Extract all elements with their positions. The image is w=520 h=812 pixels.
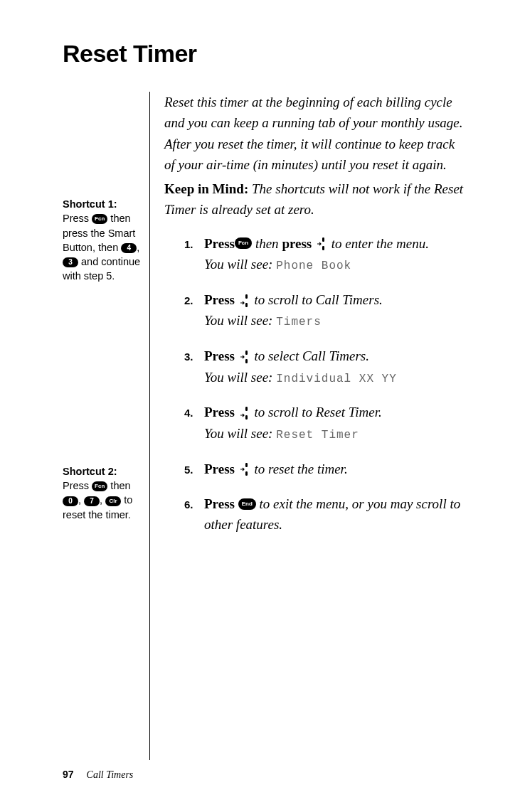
press-label: Press: [204, 496, 235, 511]
svg-rect-3: [245, 303, 248, 307]
you-will-see-label: You will see:: [204, 370, 276, 385]
clr-key-icon: Clr: [105, 496, 121, 506]
shortcut-1-sep: ,: [137, 242, 139, 253]
steps-list: 1. PressFcn then press to enter the menu…: [164, 233, 467, 535]
shortcut-2: Shortcut 2: Press Fcn then 0, 7, Clr to …: [63, 464, 144, 522]
lcd-text: Individual XX YY: [276, 373, 397, 385]
step-number: 6.: [184, 493, 204, 535]
key-3-icon: 3: [63, 257, 78, 267]
fcn-key-icon: Fcn: [92, 214, 107, 224]
press-label: Press: [204, 405, 235, 420]
page-footer: 97Call Timers: [63, 769, 133, 781]
press-label: Press: [204, 236, 235, 251]
press-label: press: [282, 236, 312, 251]
step-3: 3. Press to select Call Timers. You will…: [184, 346, 467, 388]
step-text: to enter the menu.: [331, 236, 429, 251]
step-number: 3.: [184, 346, 204, 388]
press-label: Press: [204, 292, 235, 307]
keep-in-mind-label: Keep in Mind:: [164, 181, 248, 196]
shortcut-1-title: Shortcut 1:: [63, 198, 117, 210]
svg-rect-6: [245, 407, 248, 411]
intro-paragraph: Reset this timer at the beginning of eac…: [164, 92, 467, 176]
nav-right-icon: [240, 463, 250, 476]
end-key-icon: End: [238, 498, 256, 510]
shortcut-2-title: Shortcut 2:: [63, 466, 117, 477]
svg-rect-5: [245, 359, 248, 363]
key-7-icon: 7: [84, 496, 100, 506]
nav-down-icon: [240, 294, 250, 307]
shortcut-1: Shortcut 1: Press Fcn then press the Sma…: [63, 197, 144, 284]
shortcut-2-text-b: then: [107, 480, 130, 491]
svg-rect-2: [245, 294, 248, 299]
step-number: 5.: [184, 459, 204, 479]
shortcut-2-sep2: ,: [100, 494, 105, 506]
step-text: to scroll to Call Timers.: [254, 292, 382, 307]
section-name: Call Timers: [87, 769, 134, 780]
you-will-see-label: You will see:: [204, 426, 276, 441]
you-will-see-label: You will see:: [204, 257, 276, 272]
step-text: to scroll to Reset Timer.: [254, 405, 381, 420]
svg-rect-4: [245, 351, 248, 355]
lcd-text: Reset Timer: [276, 429, 359, 442]
step-number: 2.: [184, 289, 204, 331]
step-1: 1. PressFcn then press to enter the menu…: [184, 233, 467, 275]
step-2: 2. Press to scroll to Call Timers. You w…: [184, 289, 467, 331]
step-number: 4.: [184, 402, 204, 444]
you-will-see-label: You will see:: [204, 313, 276, 328]
lcd-text: Phone Book: [276, 260, 351, 272]
step-6: 6. Press End to exit the menu, or you ma…: [184, 493, 467, 535]
keep-in-mind: Keep in Mind: The shortcuts will not wor…: [164, 178, 467, 220]
lcd-text: Timers: [276, 316, 322, 328]
press-label: Press: [204, 461, 235, 476]
nav-right-icon: [240, 351, 250, 363]
main-content: Reset this timer at the beginning of eac…: [149, 92, 470, 760]
nav-right-icon: [317, 237, 327, 250]
shortcut-2-sep1: ,: [78, 494, 84, 506]
step-text: to reset the timer.: [254, 461, 347, 476]
sidebar: Shortcut 1: Press Fcn then press the Sma…: [63, 92, 149, 760]
step-4: 4. Press to scroll to Reset Timer. You w…: [184, 402, 467, 444]
svg-rect-8: [245, 463, 248, 467]
page-title: Reset Timer: [63, 40, 470, 68]
svg-rect-7: [245, 415, 248, 420]
svg-rect-0: [322, 237, 324, 242]
step-text: to select Call Timers.: [254, 348, 369, 363]
press-label: Press: [204, 348, 235, 363]
step-5: 5. Press to reset the timer.: [184, 459, 467, 479]
shortcut-1-text-a: Press: [63, 213, 92, 224]
nav-down-icon: [240, 407, 250, 420]
shortcut-2-text-a: Press: [63, 480, 92, 491]
fcn-key-icon: Fcn: [235, 237, 252, 249]
key-4-icon: 4: [121, 243, 137, 253]
key-0-icon: 0: [63, 496, 78, 506]
page-number: 97: [63, 769, 74, 780]
step-number: 1.: [184, 233, 204, 275]
step-text: then: [252, 236, 282, 251]
fcn-key-icon: Fcn: [92, 481, 107, 491]
svg-rect-9: [245, 471, 248, 476]
svg-rect-1: [322, 246, 324, 250]
